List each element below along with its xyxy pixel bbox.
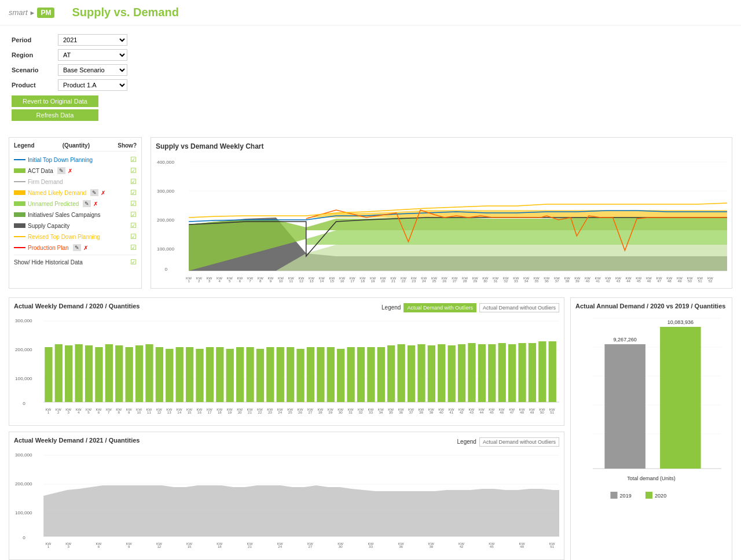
svg-text:32: 32 bbox=[504, 279, 508, 282]
production-remove-icon[interactable]: ✗ bbox=[83, 245, 88, 251]
svg-rect-135 bbox=[125, 347, 133, 402]
region-select[interactable]: AT bbox=[58, 49, 127, 61]
svg-text:38: 38 bbox=[565, 279, 570, 282]
legend-check-supply[interactable]: ☑ bbox=[130, 222, 137, 230]
svg-rect-147 bbox=[246, 347, 254, 402]
product-select[interactable]: Product 1.A bbox=[58, 79, 127, 91]
legend-check-firm[interactable]: ☑ bbox=[130, 178, 137, 186]
controls-panel: Period 2021 Region AT Scenario Base Scen… bbox=[0, 25, 741, 134]
svg-text:43: 43 bbox=[469, 411, 474, 414]
svg-rect-165 bbox=[428, 345, 435, 402]
svg-text:17: 17 bbox=[350, 279, 355, 282]
legend-check-revised[interactable]: ☑ bbox=[130, 233, 137, 241]
legend-without-outliers-badge-2020[interactable]: Actual Demand without Outliers bbox=[479, 303, 559, 312]
svg-text:12: 12 bbox=[157, 545, 161, 548]
svg-text:42: 42 bbox=[606, 279, 611, 282]
svg-text:0: 0 bbox=[23, 401, 25, 406]
legend-label-act: ACT Data bbox=[28, 168, 53, 174]
period-select[interactable]: 2021 bbox=[58, 34, 127, 46]
legend-label-unnamed: Unnamed Predicted bbox=[28, 201, 79, 207]
svg-text:100,000: 100,000 bbox=[157, 246, 174, 252]
scenario-select[interactable]: Base Scenario bbox=[58, 64, 127, 76]
weekly-2020-title: Actual Weekly Demand / 2020 / Quantities bbox=[14, 303, 140, 310]
svg-text:15: 15 bbox=[188, 545, 192, 548]
svg-rect-158 bbox=[357, 347, 365, 402]
svg-text:46: 46 bbox=[500, 411, 504, 414]
svg-text:100,000: 100,000 bbox=[15, 510, 32, 515]
legend-check-initiatives[interactable]: ☑ bbox=[130, 211, 137, 219]
svg-text:19: 19 bbox=[371, 279, 376, 282]
svg-text:30: 30 bbox=[339, 411, 343, 414]
unnamed-remove-icon[interactable]: ✗ bbox=[93, 201, 98, 207]
svg-text:29: 29 bbox=[328, 411, 332, 414]
svg-text:34: 34 bbox=[524, 279, 529, 282]
legend-label-named: Named Likely Demand bbox=[28, 190, 86, 196]
svg-rect-141 bbox=[186, 347, 193, 402]
weekly-2021-svg: 300,000 200,000 100,000 0 KW 1 bbox=[14, 450, 559, 554]
legend-check-act[interactable]: ☑ bbox=[130, 167, 137, 175]
named-remove-icon[interactable]: ✗ bbox=[101, 190, 105, 196]
legend-item-unnamed: Unnamed Predicted ✎ ✗ ☑ bbox=[14, 199, 137, 208]
svg-rect-157 bbox=[347, 347, 354, 402]
svg-rect-140 bbox=[176, 347, 184, 402]
legend-without-outliers-badge-2021[interactable]: Actual Demand without Outliers bbox=[479, 437, 559, 447]
named-edit-icon[interactable]: ✎ bbox=[90, 189, 98, 196]
initial-color-icon bbox=[14, 159, 25, 160]
refresh-button[interactable]: Refresh Data bbox=[12, 109, 98, 121]
svg-rect-163 bbox=[408, 345, 415, 402]
svg-text:18: 18 bbox=[218, 545, 222, 548]
svg-rect-137 bbox=[145, 344, 153, 402]
svg-text:51: 51 bbox=[550, 545, 554, 548]
svg-text:21: 21 bbox=[248, 411, 252, 414]
annual-svg: 9,267,260 10,083,936 Total demand (Units… bbox=[575, 312, 727, 526]
action-buttons: Revert to Original Data Refresh Data bbox=[12, 95, 729, 121]
svg-text:22: 22 bbox=[258, 411, 262, 414]
svg-rect-174 bbox=[518, 343, 526, 402]
legend-check-named[interactable]: ☑ bbox=[130, 189, 137, 197]
svg-text:42: 42 bbox=[460, 545, 464, 548]
svg-text:23: 23 bbox=[268, 411, 272, 414]
svg-text:31: 31 bbox=[349, 411, 353, 414]
svg-text:35: 35 bbox=[534, 279, 539, 282]
svg-text:10,083,936: 10,083,936 bbox=[667, 319, 694, 325]
legend-check-historical[interactable]: ☑ bbox=[130, 258, 137, 266]
legend-check-unnamed[interactable]: ☑ bbox=[130, 200, 137, 208]
legend-item-named: Named Likely Demand ✎ ✗ ☑ bbox=[14, 188, 137, 197]
svg-rect-170 bbox=[478, 344, 486, 402]
svg-text:19: 19 bbox=[228, 411, 232, 414]
production-edit-icon[interactable]: ✎ bbox=[73, 244, 81, 251]
svg-rect-136 bbox=[135, 345, 143, 402]
legend-divider bbox=[14, 255, 137, 255]
logo-arrow-icon: ► bbox=[30, 9, 36, 16]
svg-text:2019: 2019 bbox=[620, 493, 632, 499]
svg-text:39: 39 bbox=[429, 545, 433, 548]
revert-button[interactable]: Revert to Original Data bbox=[12, 95, 98, 107]
svg-rect-155 bbox=[327, 347, 335, 402]
period-label: Period bbox=[12, 36, 58, 43]
weekly-2020-legend-label: Legend bbox=[381, 304, 401, 311]
svg-text:45: 45 bbox=[490, 545, 494, 548]
legend-with-outliers-badge[interactable]: Actual Demand with Outliers bbox=[403, 303, 476, 312]
svg-text:30: 30 bbox=[339, 545, 343, 548]
svg-text:25: 25 bbox=[288, 411, 292, 414]
unnamed-edit-icon[interactable]: ✎ bbox=[83, 200, 91, 207]
svg-text:33: 33 bbox=[514, 279, 519, 282]
legend-item-firm: Firm Demand ☑ bbox=[14, 177, 137, 186]
svg-text:200,000: 200,000 bbox=[15, 347, 32, 352]
bottom-section: Actual Weekly Demand / 2020 / Quantities… bbox=[9, 297, 732, 560]
legend-item-revised: Revised Top Down Planning ☑ bbox=[14, 232, 137, 241]
svg-text:40: 40 bbox=[439, 411, 443, 414]
svg-text:12: 12 bbox=[157, 411, 161, 414]
svg-text:11: 11 bbox=[289, 279, 294, 282]
svg-rect-138 bbox=[156, 347, 163, 402]
act-edit-icon[interactable]: ✎ bbox=[57, 167, 65, 174]
svg-text:47: 47 bbox=[510, 411, 514, 414]
svg-rect-143 bbox=[206, 347, 214, 402]
act-remove-icon[interactable]: ✗ bbox=[68, 168, 72, 174]
svg-text:9,267,260: 9,267,260 bbox=[614, 337, 637, 342]
svg-text:33: 33 bbox=[369, 411, 373, 414]
svg-text:10: 10 bbox=[279, 279, 284, 282]
legend-check-production[interactable]: ☑ bbox=[130, 244, 137, 252]
legend-check-initial[interactable]: ☑ bbox=[130, 156, 137, 164]
svg-text:2020: 2020 bbox=[655, 493, 666, 499]
